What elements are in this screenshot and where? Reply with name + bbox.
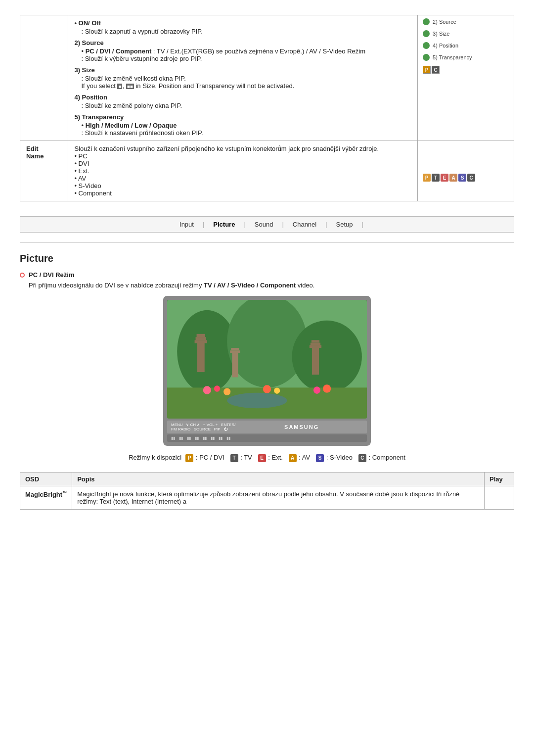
edit-name-label: EditName <box>20 141 68 201</box>
tv-brand: SAMSUNG <box>240 424 363 430</box>
mode-badge-a: A <box>289 454 297 462</box>
right-icons-cell: 2) Source 3) Size 4) Position 5) Transpa… <box>418 15 514 141</box>
bottom-table: OSD Popis Play MagicBright™ MagicBright … <box>20 472 514 510</box>
edit-name-ext: • Ext. <box>74 167 411 175</box>
edit-name-av: • AV <box>74 175 411 182</box>
tm-symbol: ™ <box>62 490 67 495</box>
cell-osd-magicbright: MagicBright™ <box>20 486 72 509</box>
position-icon-row: 4) Position <box>423 42 509 49</box>
size-title: 3) Size <box>74 66 411 74</box>
source-icon <box>423 18 430 25</box>
position-label: 4) Position <box>433 43 458 48</box>
source-bullet1: • PC / DVI / Component : TV / Ext.(EXT(R… <box>74 47 411 55</box>
mode-desc-e: : Ext. <box>268 454 286 461</box>
size-bullet1: : Slouží ke změně velikosti okna PIP. <box>74 75 411 82</box>
tv-controls-bar: MENU ∨ CH ∧ − VOL + ENTER/FM RADIO SOURC… <box>167 421 367 433</box>
transparency-icon <box>423 54 430 61</box>
svg-rect-14 <box>312 340 319 342</box>
source-label: 2) Source <box>433 19 456 25</box>
nav-input[interactable]: Input <box>171 221 203 228</box>
tv-btn-1: ▮▮ <box>171 436 175 440</box>
mode-badge-t: T <box>230 454 238 462</box>
tv-btn-6: ▮▮ <box>211 436 215 440</box>
table-row-magicbright: MagicBright™ MagicBright je nová funkce,… <box>20 486 514 509</box>
edit-name-dvi: • DVI <box>74 160 411 167</box>
mode-badge-p: P <box>185 454 193 462</box>
svg-rect-6 <box>196 337 206 340</box>
tv-bottom-row: ▮▮ ▮▮ ▮▮ ▮▮ ▮▮ ▮▮ ▮▮ ▮▮ <box>167 434 367 442</box>
svg-point-17 <box>214 385 220 392</box>
col-header-play: Play <box>485 472 514 486</box>
badge-s: S <box>458 174 466 182</box>
svg-rect-12 <box>310 345 321 348</box>
section-divider <box>20 242 514 243</box>
badge-a: A <box>449 174 457 182</box>
mode-badge-c: C <box>358 454 366 462</box>
modes-label: Režimy k dispozici <box>129 454 183 461</box>
picture-section: Picture PC / DVI Režim Při příjmu videos… <box>20 253 514 510</box>
svg-point-21 <box>313 386 320 394</box>
pip-settings-table: • ON/ Off : Slouží k zapnutí a vypnutí o… <box>20 15 514 201</box>
source-icon-row: 2) Source <box>423 18 509 25</box>
svg-rect-9 <box>230 350 240 353</box>
transparency-bullet2: : Slouží k nastavení průhlednosti oken P… <box>74 129 411 137</box>
tv-outer: MENU ∨ CH ∧ − VOL + ENTER/FM RADIO SOURC… <box>163 296 371 446</box>
tv-scene-svg <box>167 300 367 419</box>
svg-rect-11 <box>312 346 319 375</box>
magicbright-label: MagicBright™ <box>25 491 67 498</box>
modes-row: Režimy k dispozici P : PC / DVI T : TV E… <box>20 454 514 462</box>
transparency-label: 5) Transparency <box>433 54 472 60</box>
nav-setup[interactable]: Setup <box>327 221 362 228</box>
source-bullet2: : Slouží k výběru vstupního zdroje pro P… <box>74 55 411 62</box>
mode-desc-p: : PC / DVI <box>196 454 228 461</box>
tv-btn-4: ▮▮ <box>195 436 199 440</box>
table-row: • ON/ Off : Slouží k zapnutí a vypnutí o… <box>20 15 514 141</box>
svg-point-3 <box>292 321 362 393</box>
col-header-popis: Popis <box>72 472 485 486</box>
badge-row: P T E A S C <box>423 174 509 182</box>
nav-sep-5: | <box>362 221 363 228</box>
badge-p: P <box>423 174 431 182</box>
nav-picture[interactable]: Picture <box>204 221 244 228</box>
position-title: 4) Position <box>74 94 411 101</box>
tv-btn-8: ▮▮ <box>226 436 230 440</box>
svg-point-1 <box>177 310 237 393</box>
on-off-title: • ON/ Off <box>74 19 411 27</box>
picture-title: Picture <box>20 253 514 264</box>
tv-screen <box>167 300 367 419</box>
subsection-header: PC / DVI Režim <box>20 271 514 279</box>
bullet-circle-icon <box>20 273 25 278</box>
svg-point-16 <box>203 386 211 394</box>
mode-desc-t: : TV <box>240 454 256 461</box>
mode-badge-s: S <box>316 454 324 462</box>
source-title: 2) Source <box>74 39 411 47</box>
edit-name-pc: • PC <box>74 152 411 160</box>
table-row-edit-name: EditName Slouží k označení vstupního zař… <box>20 141 514 201</box>
table-header-row: OSD Popis Play <box>20 472 514 486</box>
pip-badge-p: P <box>423 66 431 74</box>
on-off-desc: : Slouží k zapnutí a vypnutí obrazovky P… <box>74 28 411 35</box>
size-icon <box>423 30 430 37</box>
nav-channel[interactable]: Channel <box>284 221 325 228</box>
mode-desc-c: : Component <box>368 454 405 461</box>
size-label: 3) Size <box>433 31 449 37</box>
tv-btn-7: ▮▮ <box>219 436 222 440</box>
svg-point-20 <box>274 387 280 394</box>
pip-badge-c: C <box>432 66 440 74</box>
pip-badge-row: P C <box>423 66 509 74</box>
size-icon-row: 3) Size <box>423 30 509 37</box>
badge-e: E <box>441 174 448 182</box>
pc-dvi-title: PC / DVI Režim <box>29 271 74 279</box>
cell-popis-magicbright: MagicBright je nová funkce, která optima… <box>72 486 485 509</box>
tv-btn-2: ▮▮ <box>179 436 183 440</box>
edit-name-content: Slouží k označení vstupního zařízení při… <box>68 141 418 201</box>
mode-desc-a: : AV <box>299 454 313 461</box>
transparency-icon-row: 5) Transparency <box>423 54 509 61</box>
edit-name-svideo: • S-Video <box>74 182 411 189</box>
mode-desc-s: : S-Video <box>326 454 356 461</box>
nav-sound[interactable]: Sound <box>246 221 282 228</box>
cell-play-magicbright <box>485 486 514 509</box>
edit-name-desc: Slouží k označení vstupního zařízení při… <box>74 145 411 152</box>
svg-rect-4 <box>197 341 205 372</box>
svg-rect-5 <box>195 340 207 343</box>
